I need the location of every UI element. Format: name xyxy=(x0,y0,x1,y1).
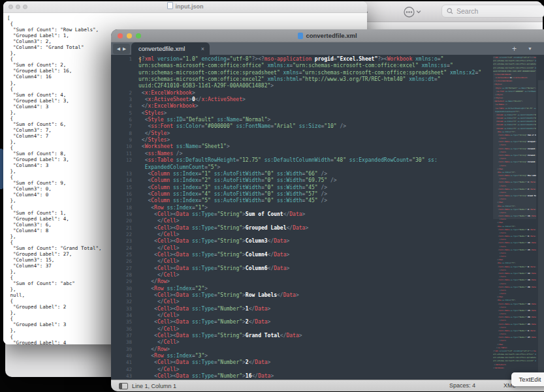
code-line[interactable]: 39 </Row> xyxy=(111,346,544,353)
code-line[interactable]: 9 </Styles> xyxy=(111,137,544,143)
code-line[interactable]: 36 </Cell> xyxy=(111,326,544,333)
tab-convertedfile[interactable]: convertedfile.xml × xyxy=(131,42,210,55)
code-text: </Cell> xyxy=(138,232,180,238)
line-number: 6 xyxy=(111,117,138,123)
line-number xyxy=(111,63,138,69)
code-line[interactable]: 22 </Cell> xyxy=(111,232,544,238)
line-number: 16 xyxy=(111,191,138,198)
code-text: <Cell><Data ss:Type="Number">16</Data> xyxy=(138,373,274,380)
code-line[interactable]: 17 <Column ss:Index="5" ss:AutoFitWidth=… xyxy=(111,198,544,204)
code-line[interactable]: 38 </Cell> xyxy=(111,339,544,346)
line-number: 18 xyxy=(111,205,138,211)
more-options-icon[interactable] xyxy=(402,5,424,18)
tab-overflow-icon[interactable]: ▼ xyxy=(528,42,532,55)
code-editor-area[interactable]: 1<?xml version="1.0" encoding="utf-8"?><… xyxy=(111,55,544,380)
code-line[interactable]: 35 <Cell><Data ss:Type="Number">2</Data> xyxy=(111,319,544,325)
code-text: </Row> xyxy=(138,346,170,353)
search-input[interactable]: Search xyxy=(441,5,544,18)
line-number: 8 xyxy=(111,130,138,137)
new-tab-button[interactable]: + xyxy=(512,42,517,55)
line-number: 32 xyxy=(111,299,138,305)
code-line[interactable]: 3 <x:ActiveSheet>0</x:ActiveSheet> xyxy=(111,97,544,103)
code-text: <Column ss:Index="4" ss:AutoFitWidth="0"… xyxy=(138,191,327,198)
code-line[interactable]: urn:schemas-microsoft-com:office:spreads… xyxy=(111,70,544,76)
code-line[interactable]: 26 </Cell> xyxy=(111,258,544,265)
code-text: <Cell><Data ss:Type="String">Column4</Da… xyxy=(138,252,289,258)
tooltip-label: TextEdit xyxy=(519,376,541,383)
window-title: convertedfile.xml xyxy=(111,29,544,42)
minimap-line: <Cell><Data ss:Type="Number">10</Data> xyxy=(493,303,536,306)
code-text: </Row> xyxy=(138,279,170,285)
code-line[interactable]: 18 <Row ss:Index="1"> xyxy=(111,205,544,211)
tab-nav-arrows[interactable]: ◀ ▶ xyxy=(113,44,130,54)
line-number: 20 xyxy=(111,218,138,224)
code-text: </Cell> xyxy=(138,339,180,346)
code-text: <Cell><Data ss:Type="String">Grand Total… xyxy=(138,333,302,339)
line-number: 40 xyxy=(111,353,138,359)
sidebar-toggle-icon[interactable] xyxy=(119,383,128,389)
code-line[interactable]: 2 <x:ExcelWorkbook> xyxy=(111,90,544,97)
code-line[interactable]: 5 <Styles> xyxy=(111,110,544,117)
line-number: 15 xyxy=(111,185,138,191)
code-line[interactable]: urn:schemas-microsoft-com:office:office"… xyxy=(111,63,544,69)
tab-close-icon[interactable]: × xyxy=(201,42,204,55)
editor-window[interactable]: convertedfile.xml ◀ ▶ convertedfile.xml … xyxy=(111,29,544,391)
code-line[interactable]: 8 </Style> xyxy=(111,130,544,137)
line-number xyxy=(111,76,138,83)
code-line[interactable]: 23 <Cell><Data ss:Type="String">Column3<… xyxy=(111,238,544,245)
code-line[interactable]: ExpandedColumnCount="5"> xyxy=(111,164,544,171)
code-line[interactable]: 40 <Row ss:Index="3"> xyxy=(111,353,544,359)
code-line[interactable]: 29 </Row> xyxy=(111,279,544,285)
code-line[interactable]: 28 </Cell> xyxy=(111,272,544,279)
code-text: </Cell> xyxy=(138,367,180,373)
line-number: 7 xyxy=(111,123,138,130)
code-line[interactable]: 33 <Cell><Data ss:Type="Number">1</Data> xyxy=(111,306,544,312)
code-text: urn:schemas-microsoft-com:office:office"… xyxy=(138,63,453,69)
code-line[interactable]: 30 <Row ss:Index="2"> xyxy=(111,286,544,292)
code-text: <Column ss:Index="3" ss:AutoFitWidth="0"… xyxy=(138,185,327,191)
code-line[interactable]: 15 <Column ss:Index="3" ss:AutoFitWidth=… xyxy=(111,185,544,191)
code-line[interactable]: 34 </Cell> xyxy=(111,312,544,319)
code-line[interactable]: 1<?xml version="1.0" encoding="utf-8"?><… xyxy=(111,56,544,63)
minimap-line: <Cell><Data ss:Type="Number">25</Data> xyxy=(493,323,536,326)
code-line[interactable]: uuid:C2F41010-65B3-11d1-A29F-00AA00C1488… xyxy=(111,83,544,89)
code-line[interactable]: 19 <Cell><Data ss:Type="String">Sum of C… xyxy=(111,211,544,218)
code-text: <Column ss:Index="1" ss:AutoFitWidth="0"… xyxy=(138,171,327,177)
code-text: <Cell><Data ss:Type="String">Row Labels<… xyxy=(138,292,299,299)
code-line[interactable]: 24 </Cell> xyxy=(111,245,544,252)
line-number: 14 xyxy=(111,177,138,184)
code-line[interactable]: 41 <Cell><Data ss:Type="Number">2</Data> xyxy=(111,359,544,366)
minimap-viewport[interactable] xyxy=(493,56,536,219)
code-line[interactable]: 12 <ss:Table ss:DefaultRowHeight="12.75"… xyxy=(111,157,544,164)
code-line[interactable]: 42 </Cell> xyxy=(111,367,544,373)
code-line[interactable]: 32 </Cell> xyxy=(111,299,544,305)
code-line[interactable]: 43 <Cell><Data ss:Type="Number">16</Data… xyxy=(111,373,544,380)
code-line[interactable]: 31 <Cell><Data ss:Type="String">Row Labe… xyxy=(111,292,544,299)
code-line[interactable]: 20 </Cell> xyxy=(111,218,544,224)
code-line[interactable]: 37 <Cell><Data ss:Type="String">Grand To… xyxy=(111,333,544,339)
code-line[interactable]: 11 <ss:Names /> xyxy=(111,151,544,157)
indent-setting[interactable]: Spaces: 4 xyxy=(449,380,475,391)
json-window-titlebar[interactable]: input.json xyxy=(3,1,367,13)
scrollbar[interactable] xyxy=(538,80,544,391)
nav-back-icon[interactable]: ◀ xyxy=(117,46,120,52)
line-number: 23 xyxy=(111,238,138,245)
code-line[interactable]: 16 <Column ss:Index="4" ss:AutoFitWidth=… xyxy=(111,191,544,198)
line-number: 42 xyxy=(111,367,138,373)
line-number: 41 xyxy=(111,359,138,366)
code-line[interactable]: 13 <Column ss:Index="1" ss:AutoFitWidth=… xyxy=(111,171,544,177)
code-line[interactable]: 7 <ss:Font ss:Color="#000000" ss:FontNam… xyxy=(111,123,544,130)
line-number: 43 xyxy=(111,373,138,380)
nav-forward-icon[interactable]: ▶ xyxy=(123,46,126,52)
code-line[interactable]: 10 <Worksheet ss:Name="Sheet1"> xyxy=(111,143,544,150)
code-line[interactable]: 25 <Cell><Data ss:Type="String">Column4<… xyxy=(111,252,544,258)
code-line[interactable]: 27 <Cell><Data ss:Type="String">Column6<… xyxy=(111,265,544,272)
code-line[interactable]: 6 <Style ss:ID="Default" ss:Name="Normal… xyxy=(111,117,544,123)
code-line[interactable]: 14 <Column ss:Index="2" ss:AutoFitWidth=… xyxy=(111,177,544,184)
line-number: 11 xyxy=(111,151,138,157)
editor-titlebar[interactable]: convertedfile.xml xyxy=(111,29,544,42)
code-line[interactable]: urn:schemas-microsoft-com:office:excel2"… xyxy=(111,76,544,83)
code-text: </Cell> xyxy=(138,218,180,224)
code-line[interactable]: 4 </x:ExcelWorkbook> xyxy=(111,103,544,110)
code-line[interactable]: 21 <Cell><Data ss:Type="String">Grouped … xyxy=(111,225,544,232)
